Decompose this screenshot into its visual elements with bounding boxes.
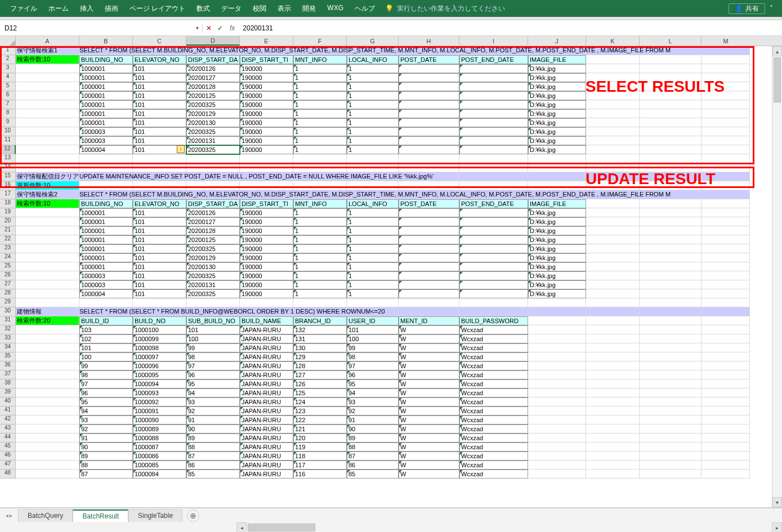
ribbon-tab[interactable]: 表示: [272, 4, 297, 14]
row-header[interactable]: 24: [0, 253, 16, 262]
cell[interactable]: [399, 136, 459, 145]
ribbon-tab[interactable]: 数式: [191, 4, 216, 14]
cell[interactable]: [16, 235, 79, 244]
row-header[interactable]: 36: [0, 361, 16, 370]
column-header[interactable]: J: [528, 36, 586, 46]
new-sheet-button[interactable]: ⊕: [187, 509, 199, 522]
cell[interactable]: 1: [347, 289, 399, 298]
cell[interactable]: [459, 109, 528, 118]
cell[interactable]: [459, 289, 528, 298]
cell[interactable]: 98: [79, 370, 133, 379]
cell[interactable]: 116: [293, 470, 347, 479]
cell[interactable]: JAPAN-RURU: [240, 388, 293, 397]
cell[interactable]: [16, 343, 79, 352]
cell[interactable]: 125: [293, 388, 347, 397]
cell[interactable]: W: [399, 388, 459, 397]
cell[interactable]: [701, 163, 750, 172]
cell[interactable]: Wcxzad: [459, 433, 528, 442]
cell[interactable]: 98: [347, 352, 399, 361]
cell[interactable]: [528, 325, 586, 334]
cell[interactable]: 保守情報配信日クリア: [16, 172, 79, 181]
cell[interactable]: [586, 316, 640, 325]
cell[interactable]: [640, 433, 701, 442]
cell[interactable]: 190000: [240, 82, 293, 91]
row-header[interactable]: 8: [0, 109, 16, 118]
cell[interactable]: DISP_START_DA: [186, 199, 240, 208]
cell[interactable]: [701, 316, 750, 325]
ribbon-tab[interactable]: ページ レイアウト: [124, 4, 191, 14]
column-header[interactable]: F: [293, 36, 347, 46]
cell[interactable]: [701, 109, 750, 118]
cell[interactable]: 132: [293, 325, 347, 334]
cell[interactable]: [640, 334, 701, 343]
cell[interactable]: [701, 64, 750, 73]
cell[interactable]: D:¥kk.jpg: [528, 145, 586, 154]
row-header[interactable]: 48: [0, 470, 16, 479]
cell[interactable]: [586, 163, 640, 172]
cell[interactable]: 1: [347, 127, 399, 136]
cell[interactable]: [16, 361, 79, 370]
cell[interactable]: [528, 370, 586, 379]
cell[interactable]: 1000001: [79, 253, 133, 262]
cell[interactable]: 88: [347, 442, 399, 451]
cell[interactable]: [347, 163, 399, 172]
cell[interactable]: [16, 91, 79, 100]
cell[interactable]: W: [399, 461, 459, 470]
cell[interactable]: [186, 298, 240, 307]
cell[interactable]: 1: [293, 73, 347, 82]
vertical-scrollbar[interactable]: ▴ ▾: [772, 46, 782, 507]
cell[interactable]: 1: [293, 253, 347, 262]
cell[interactable]: [640, 253, 701, 262]
cell[interactable]: [701, 145, 750, 154]
spreadsheet-grid[interactable]: 1234567891011121314151617181920212223242…: [0, 46, 782, 508]
cell[interactable]: 1000003: [79, 280, 133, 289]
cell[interactable]: [528, 433, 586, 442]
cell[interactable]: 1000100: [133, 325, 186, 334]
cell[interactable]: [79, 298, 133, 307]
row-header[interactable]: 38: [0, 379, 16, 388]
cell[interactable]: 89: [79, 451, 133, 461]
cell[interactable]: [586, 127, 640, 136]
cell[interactable]: [701, 397, 750, 406]
row-header[interactable]: 1: [0, 46, 16, 55]
cell[interactable]: 190000: [240, 208, 293, 217]
row-header[interactable]: 14: [0, 163, 16, 172]
cell[interactable]: [16, 352, 79, 361]
cell[interactable]: 1: [293, 100, 347, 109]
cell[interactable]: Wcxzad: [459, 442, 528, 451]
cell[interactable]: W: [399, 433, 459, 442]
cell[interactable]: 93: [347, 397, 399, 406]
cell[interactable]: [701, 451, 750, 461]
cell[interactable]: 101: [133, 118, 186, 127]
cell[interactable]: [186, 154, 240, 163]
cell[interactable]: 検索件数:10: [16, 199, 79, 208]
cell[interactable]: [528, 334, 586, 343]
cell[interactable]: [586, 433, 640, 442]
cell[interactable]: 92: [347, 406, 399, 415]
cell[interactable]: [528, 424, 586, 433]
cell[interactable]: [459, 91, 528, 100]
cell[interactable]: [16, 82, 79, 91]
cell[interactable]: [586, 289, 640, 298]
cell[interactable]: 1: [347, 100, 399, 109]
cell[interactable]: [399, 226, 459, 235]
scroll-thumb[interactable]: [774, 57, 781, 102]
cell[interactable]: 1000001: [79, 262, 133, 271]
cell[interactable]: [701, 424, 750, 433]
cell[interactable]: [186, 181, 240, 190]
cell[interactable]: [640, 82, 701, 91]
cell[interactable]: 89: [186, 433, 240, 442]
ribbon-tab[interactable]: 校閲: [247, 4, 272, 14]
row-header[interactable]: 44: [0, 433, 16, 442]
cell[interactable]: 94: [347, 388, 399, 397]
cell[interactable]: [640, 470, 701, 479]
cell[interactable]: [459, 271, 528, 280]
cell[interactable]: [528, 154, 586, 163]
cell[interactable]: 20200325: [186, 244, 240, 253]
cell[interactable]: Wcxzad: [459, 397, 528, 406]
cell[interactable]: 1: [347, 244, 399, 253]
cell[interactable]: 1000095: [133, 370, 186, 379]
cell[interactable]: [459, 208, 528, 217]
cell[interactable]: 1: [347, 64, 399, 73]
cell[interactable]: JAPAN-RURU: [240, 433, 293, 442]
